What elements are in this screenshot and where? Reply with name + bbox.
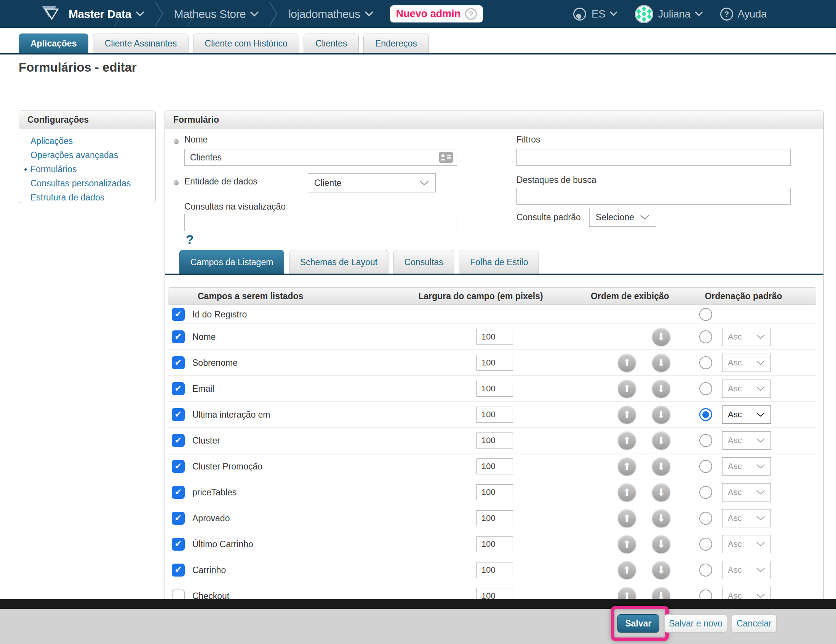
move-down-icon[interactable]: ⬇ [652, 328, 670, 346]
nav-account-menu[interactable]: lojadomatheus [288, 8, 373, 21]
field-checkbox[interactable]: ✔ [172, 356, 185, 369]
move-down-icon[interactable]: ⬇ [652, 561, 670, 579]
default-sort-radio[interactable] [699, 460, 712, 473]
tab-clientes[interactable]: Clientes [304, 34, 359, 53]
move-down-icon[interactable]: ⬇ [652, 354, 670, 372]
move-up-icon[interactable]: ⬆ [618, 354, 636, 372]
sidebar-item-consultas-personalizadas[interactable]: Consultas personalizadas [31, 177, 155, 191]
field-checkbox[interactable]: ✔ [172, 330, 185, 343]
sort-direction-select[interactable]: Asc [722, 379, 771, 398]
field-checkbox[interactable]: ✔ [172, 408, 185, 421]
field-width-input[interactable] [477, 588, 513, 600]
contact-card-icon[interactable] [439, 152, 453, 163]
tab-schemas-de-layout[interactable]: Schemas de Layout [289, 250, 389, 274]
sort-direction-select[interactable]: Asc [722, 405, 771, 424]
help-question-mark[interactable]: ? [186, 232, 194, 247]
field-width-input[interactable] [477, 407, 513, 423]
field-checkbox[interactable]: ✔ [172, 382, 185, 395]
destaques-input[interactable] [516, 188, 791, 204]
default-sort-radio[interactable] [699, 308, 712, 321]
field-width-input[interactable] [477, 458, 513, 474]
consulta-padrao-select[interactable]: Selecione [589, 208, 656, 227]
nav-product-menu[interactable]: Master Data [69, 8, 144, 21]
move-up-icon[interactable]: ⬆ [618, 509, 636, 527]
field-width-input[interactable] [477, 536, 513, 552]
field-width-input[interactable] [477, 510, 513, 526]
default-sort-radio[interactable] [699, 356, 712, 369]
move-down-icon[interactable]: ⬇ [652, 405, 670, 424]
move-down-icon[interactable]: ⬇ [652, 587, 670, 600]
default-sort-radio[interactable] [699, 382, 712, 395]
move-up-icon[interactable]: ⬆ [618, 587, 636, 600]
sidebar-item-formularios[interactable]: Formulários [31, 162, 155, 177]
locale-selector[interactable]: ES [572, 7, 617, 21]
field-width-input[interactable] [477, 484, 513, 500]
sort-direction-select[interactable]: Asc [722, 561, 771, 579]
sort-direction-select[interactable]: Asc [722, 328, 771, 346]
sort-direction-select[interactable]: Asc [722, 354, 771, 372]
default-sort-radio[interactable] [699, 512, 712, 525]
nome-input[interactable] [185, 149, 457, 166]
move-down-icon[interactable]: ⬇ [652, 483, 670, 502]
field-checkbox[interactable]: ✔ [172, 486, 185, 499]
sort-direction-select[interactable]: Asc [722, 457, 771, 476]
default-sort-radio[interactable] [699, 408, 712, 421]
move-up-icon[interactable]: ⬆ [618, 405, 636, 424]
tab-aplicacoes[interactable]: Aplicações [19, 34, 88, 53]
consultas-visualizacao-input[interactable] [185, 214, 457, 231]
move-up-icon[interactable]: ⬆ [618, 379, 636, 398]
sort-direction-select[interactable]: Asc [722, 535, 771, 553]
move-down-icon[interactable]: ⬇ [652, 535, 670, 553]
tab-campos-da-listagem[interactable]: Campos da Listagem [180, 250, 284, 274]
tab-folha-de-estilo[interactable]: Folha de Estilo [459, 250, 539, 274]
user-menu[interactable]: Juliana [635, 5, 702, 23]
cancel-button[interactable]: Cancelar [732, 614, 777, 633]
sort-direction-select[interactable]: Asc [722, 509, 771, 527]
field-checkbox[interactable]: ✔ [172, 460, 185, 473]
field-width-input[interactable] [477, 355, 513, 371]
sort-direction-select[interactable]: Asc [722, 483, 771, 502]
sidebar-item-estrutura-de-dados[interactable]: Estrutura de dados [31, 191, 155, 204]
move-up-icon[interactable]: ⬆ [618, 432, 636, 449]
move-up-icon[interactable]: ⬆ [618, 483, 636, 502]
save-and-new-button[interactable]: Salvar e novo [664, 614, 727, 633]
default-sort-radio[interactable] [699, 538, 712, 551]
sort-direction-select[interactable]: Asc [722, 587, 771, 600]
nav-store-menu[interactable]: Matheus Store [174, 8, 259, 21]
sort-direction-select[interactable]: Asc [722, 432, 771, 449]
field-width-input[interactable] [477, 562, 513, 578]
move-up-icon[interactable]: ⬆ [618, 457, 636, 476]
field-checkbox[interactable]: ✔ [172, 564, 185, 577]
default-sort-radio[interactable] [699, 590, 712, 600]
field-width-input[interactable] [477, 329, 513, 345]
move-down-icon[interactable]: ⬇ [652, 457, 670, 476]
move-up-icon[interactable]: ⬆ [618, 561, 636, 579]
default-sort-radio[interactable] [699, 434, 712, 447]
save-button[interactable]: Salvar [617, 614, 659, 633]
entidade-select[interactable]: Cliente [308, 173, 436, 193]
tab-cliente-assinantes[interactable]: Cliente Assinantes [93, 34, 189, 53]
field-checkbox[interactable]: ✔ [172, 538, 185, 551]
default-sort-radio[interactable] [699, 564, 712, 577]
move-down-icon[interactable]: ⬇ [652, 509, 670, 527]
field-checkbox[interactable] [172, 590, 185, 600]
new-admin-badge[interactable]: Nuevo admin ? [390, 5, 483, 23]
tab-enderecos[interactable]: Endereços [363, 34, 429, 53]
sidebar-item-aplicacoes[interactable]: Aplicações [31, 134, 155, 148]
field-checkbox[interactable]: ✔ [172, 308, 185, 321]
field-width-input[interactable] [477, 381, 513, 397]
move-up-icon[interactable]: ⬆ [618, 535, 636, 553]
question-circle-icon[interactable]: ? [465, 8, 477, 20]
default-sort-radio[interactable] [699, 330, 712, 343]
field-checkbox[interactable]: ✔ [172, 434, 185, 447]
tab-cliente-com-historico[interactable]: Cliente com Histórico [193, 34, 299, 53]
default-sort-radio[interactable] [699, 486, 712, 499]
field-width-input[interactable] [477, 433, 513, 448]
move-down-icon[interactable]: ⬇ [652, 379, 670, 398]
sidebar-item-operacoes-avancadas[interactable]: Operações avançadas [31, 148, 155, 162]
field-checkbox[interactable]: ✔ [172, 512, 185, 525]
filtros-input[interactable] [516, 149, 791, 166]
move-down-icon[interactable]: ⬇ [652, 432, 670, 449]
tab-consultas[interactable]: Consultas [394, 250, 454, 274]
help-menu[interactable]: ? Ayuda [720, 8, 767, 21]
